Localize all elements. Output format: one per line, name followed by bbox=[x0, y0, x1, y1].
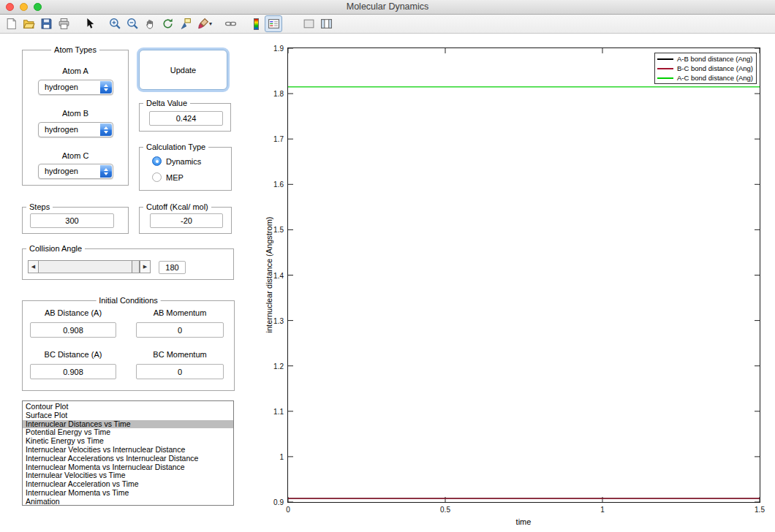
list-item[interactable]: Internuclear Momenta vs Time bbox=[23, 489, 233, 498]
popup-value: hydrogen bbox=[45, 125, 78, 134]
x-tick-label: 0.5 bbox=[440, 506, 450, 514]
zoom-in-button[interactable] bbox=[106, 15, 124, 32]
insert-legend-button[interactable] bbox=[265, 15, 282, 32]
window-title: Molecular Dynamics bbox=[0, 1, 775, 12]
panel-title: Cutoff (Kcal/ mol) bbox=[143, 202, 211, 211]
legend-label: A-C bond distance (Ang) bbox=[677, 74, 753, 82]
insert-colorbar-button[interactable] bbox=[247, 15, 265, 32]
slider-thumb[interactable] bbox=[132, 261, 140, 273]
panel-title: Delta Value bbox=[143, 99, 190, 107]
atom-c-label: Atom C bbox=[23, 151, 128, 160]
chain-link-icon bbox=[224, 18, 237, 30]
show-plot-tools-button[interactable] bbox=[317, 15, 335, 32]
zoom-out-icon bbox=[126, 18, 139, 30]
plot-axes[interactable]: A-B bond distance (Ang)B-C bond distance… bbox=[287, 48, 760, 503]
update-button[interactable]: Update bbox=[139, 50, 227, 90]
popup-value: hydrogen bbox=[45, 83, 78, 91]
calculation-type-panel: Calculation Type Dynamics MEP bbox=[139, 147, 232, 191]
steps-panel: Steps bbox=[22, 207, 129, 234]
list-item[interactable]: Internuclear Accelerations vs Internucle… bbox=[23, 455, 233, 463]
panel-title: Initial Conditions bbox=[96, 296, 161, 305]
bc-distance-field[interactable] bbox=[30, 364, 116, 379]
delta-value-panel: Delta Value bbox=[139, 103, 231, 132]
new-figure-button[interactable] bbox=[2, 15, 20, 32]
hide-plot-tools-button[interactable] bbox=[300, 15, 317, 32]
radio-dynamics[interactable]: Dynamics bbox=[152, 156, 201, 166]
x-tick-label: 1 bbox=[600, 506, 605, 514]
show-plot-tools-icon bbox=[320, 18, 333, 30]
open-file-button[interactable] bbox=[20, 15, 37, 32]
collision-angle-slider[interactable]: ◀ ▶ bbox=[28, 260, 151, 273]
data-cursor-button[interactable] bbox=[176, 15, 194, 32]
ab-momentum-field[interactable] bbox=[136, 322, 224, 338]
atom-c-select[interactable]: hydrogen bbox=[38, 164, 113, 179]
list-item[interactable]: Internuclear Velocities vs Internuclear … bbox=[23, 446, 233, 455]
plot-type-listbox[interactable]: Contour PlotSurface PlotInternuclear Dis… bbox=[22, 400, 234, 506]
collision-angle-panel: Collision Angle ◀ ▶ bbox=[22, 248, 234, 280]
list-item[interactable]: Surface Plot bbox=[23, 411, 233, 420]
bc-momentum-field[interactable] bbox=[136, 364, 224, 379]
new-figure-icon bbox=[5, 18, 18, 30]
atom-b-select[interactable]: hydrogen bbox=[38, 122, 113, 137]
steps-field[interactable] bbox=[30, 213, 114, 228]
pan-button[interactable] bbox=[141, 15, 159, 32]
atom-types-panel: Atom Types Atom A hydrogen Atom B hydrog… bbox=[22, 50, 129, 186]
figure-toolbar: ▾ bbox=[0, 15, 775, 34]
slider-track[interactable] bbox=[39, 261, 140, 273]
panel-title: Steps bbox=[26, 202, 53, 211]
link-plot-button[interactable] bbox=[222, 15, 239, 32]
plot-svg bbox=[288, 48, 760, 502]
rotate-3d-button[interactable] bbox=[159, 15, 176, 32]
popup-stepper-icon bbox=[100, 81, 112, 94]
y-tick-label: 1.3 bbox=[273, 316, 284, 324]
printer-icon bbox=[58, 18, 70, 30]
radio-icon bbox=[152, 156, 162, 166]
cutoff-field[interactable] bbox=[150, 213, 223, 228]
popup-stepper-icon bbox=[100, 123, 112, 136]
slider-left-arrow[interactable]: ◀ bbox=[29, 261, 39, 273]
hide-plot-tools-icon bbox=[303, 18, 315, 30]
delta-value-field[interactable] bbox=[149, 111, 223, 126]
data-cursor-icon bbox=[179, 18, 192, 30]
ab-distance-label: AB Distance (A) bbox=[30, 308, 116, 317]
radio-mep[interactable]: MEP bbox=[152, 172, 184, 182]
ab-distance-field[interactable] bbox=[30, 322, 116, 338]
y-tick-label: 1.7 bbox=[273, 135, 284, 143]
zoom-out-button[interactable] bbox=[124, 15, 141, 32]
legend-line-sample bbox=[657, 58, 673, 60]
x-tick-label: 0 bbox=[286, 506, 290, 514]
save-figure-button[interactable] bbox=[37, 15, 55, 32]
atom-b-label: Atom B bbox=[23, 109, 128, 118]
atom-a-label: Atom A bbox=[23, 66, 128, 75]
y-tick-label: 1.6 bbox=[273, 180, 284, 189]
ab-momentum-label: AB Momentum bbox=[136, 308, 224, 317]
y-tick-label: 1.1 bbox=[273, 407, 284, 415]
edit-plot-button[interactable] bbox=[80, 15, 98, 32]
panel-title: Collision Angle bbox=[26, 244, 85, 253]
brush-dropdown-caret[interactable]: ▾ bbox=[209, 20, 212, 27]
colorbar-icon bbox=[254, 18, 259, 30]
zoom-in-icon bbox=[109, 18, 121, 30]
plot-legend[interactable]: A-B bond distance (Ang)B-C bond distance… bbox=[654, 53, 757, 84]
panel-title: Atom Types bbox=[51, 45, 99, 54]
popup-value: hydrogen bbox=[45, 167, 78, 175]
initial-conditions-panel: Initial Conditions AB Distance (A) AB Mo… bbox=[22, 300, 235, 391]
y-tick-label: 1.9 bbox=[273, 45, 284, 53]
print-figure-button[interactable] bbox=[55, 15, 72, 32]
legend-entry: A-C bond distance (Ang) bbox=[657, 73, 753, 83]
y-tick-label: 1 bbox=[279, 452, 284, 460]
slider-right-arrow[interactable]: ▶ bbox=[140, 261, 150, 273]
x-axis-label: time bbox=[516, 517, 532, 526]
atom-a-select[interactable]: hydrogen bbox=[38, 80, 113, 95]
collision-angle-field[interactable] bbox=[159, 261, 186, 274]
legend-icon bbox=[268, 18, 280, 30]
bc-distance-label: BC Distance (A) bbox=[30, 350, 116, 359]
list-item[interactable]: Animation bbox=[23, 498, 233, 506]
panel-title: Calculation Type bbox=[143, 142, 208, 151]
legend-entry: B-C bond distance (Ang) bbox=[657, 64, 753, 73]
legend-entry: A-B bond distance (Ang) bbox=[657, 54, 753, 64]
y-tick-label: 1.2 bbox=[273, 362, 284, 370]
cutoff-panel: Cutoff (Kcal/ mol) bbox=[139, 207, 232, 234]
bc-momentum-label: BC Momentum bbox=[136, 350, 224, 359]
y-tick-label: 0.9 bbox=[273, 498, 284, 506]
